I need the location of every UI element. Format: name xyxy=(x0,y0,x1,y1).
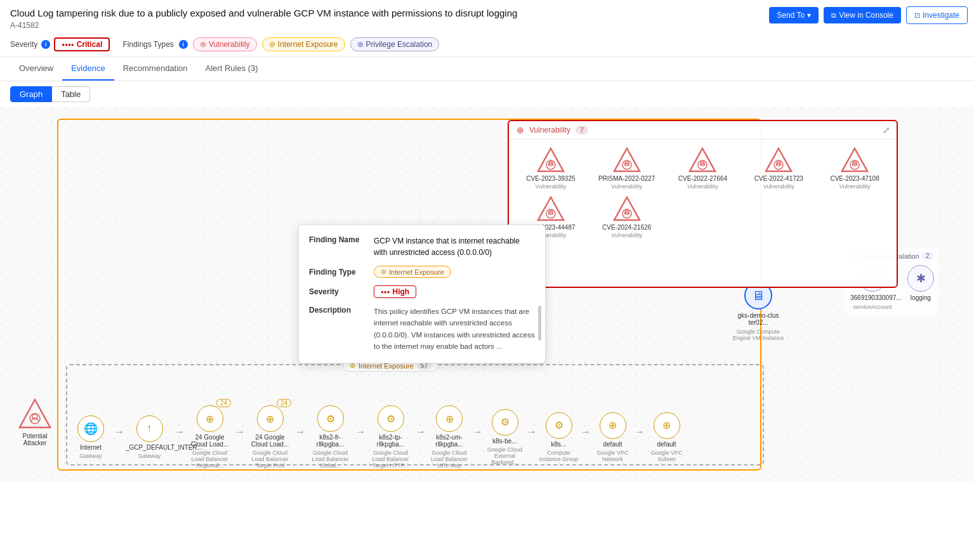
popup-description-label: Description xyxy=(309,306,366,353)
severity-value: Critical xyxy=(77,40,103,49)
vuln-name-4: CVE-2023-47108 xyxy=(830,175,879,182)
vuln-cluster-header: ⊕ Vulnerability 7 ⤢ xyxy=(509,121,897,140)
node-name-5: k8s2-tp-rllkpgba... xyxy=(367,434,414,448)
view-in-console-button[interactable]: ⧉ View in Console xyxy=(824,7,901,23)
vuln-count-badge: 7 xyxy=(576,126,588,134)
tab-recommendation[interactable]: Recommendation xyxy=(114,57,197,81)
view-in-console-label: View in Console xyxy=(839,11,893,20)
svg-marker-17 xyxy=(538,197,563,220)
node-name-9: default xyxy=(603,441,622,448)
gateway-circle: ↑ xyxy=(136,415,163,442)
priv-item-1: ✱ logging xyxy=(907,265,934,310)
attack-triangle-icon xyxy=(18,397,51,430)
chevron-down-icon: ▾ xyxy=(807,11,811,20)
svg-point-24 xyxy=(30,413,40,424)
vulnerability-icon: ⊕ xyxy=(200,40,206,49)
vuln-type-2: Vulnerability xyxy=(687,183,718,190)
node-internet: 🌐 Internet Gateway xyxy=(69,415,113,459)
k8s-be-circle: ⚙ xyxy=(492,409,518,436)
vpc-circle: ⊕ xyxy=(600,412,626,439)
k8s-fr-circle: ⚙ xyxy=(317,405,344,432)
arrow-4: → xyxy=(355,426,365,448)
severity-section: Severity i ●●●● Critical xyxy=(10,37,110,51)
subnet-circle: ⊕ xyxy=(654,412,680,439)
vuln-item-4: CVE-2023-47108 Vulnerability xyxy=(818,146,892,190)
svg-marker-11 xyxy=(766,148,791,171)
scrollbar-indicator[interactable] xyxy=(538,306,541,341)
send-to-button[interactable]: Send To ▾ xyxy=(769,7,819,23)
node-type-5: Google Cloud Load Balancer Target HTTP..… xyxy=(367,450,414,469)
node-type-8: Compute Instance Group xyxy=(538,450,579,462)
severity-dots: ●●●● xyxy=(62,42,74,48)
lb1-circle: ⊕ xyxy=(197,405,223,432)
vuln-name-3: CVE-2022-41723 xyxy=(754,175,803,182)
tab-alert-rules[interactable]: Alert Rules (3) xyxy=(197,57,267,81)
vuln-type-0: Vulnerability xyxy=(536,183,567,190)
node-name-10: default xyxy=(657,441,676,448)
popup-finding-name-row: Finding Name GCP VM instance that is int… xyxy=(309,235,535,258)
vulnerability-triangle-icon xyxy=(613,146,641,174)
findings-types-info-icon: i xyxy=(179,40,188,49)
popup-severity-badge: ●●● High xyxy=(374,285,416,298)
internet-exposure-tag-icon: ⊛ xyxy=(381,268,386,276)
priv-type-0: serviceAccount xyxy=(853,304,892,310)
graph-area: ⊛ Internet Exposure 57 ⊕ Vulnerability 7… xyxy=(0,107,974,481)
node-load-balancer-1: 24 ⊕ 24 Google Cloud Load... Google Clou… xyxy=(186,405,234,469)
k8s-tp-circle: ⚙ xyxy=(378,405,404,432)
page-title: Cloud Log tampering risk due to a public… xyxy=(10,6,594,20)
internet-exposure-icon: ⊛ xyxy=(269,40,275,49)
severity-label: Severity xyxy=(10,40,37,49)
popup-severity-label: Severity xyxy=(309,287,366,296)
node-name-8: k8s... xyxy=(551,441,567,448)
graph-toggle-button[interactable]: Graph xyxy=(10,86,52,102)
priv-count-badge: 2 xyxy=(922,252,933,260)
node-k8s2-um: ⊕ k8s2-um-rllkpgba... Google Cloud Load … xyxy=(427,405,471,469)
vm-type: Google Compute Engine VM Instance xyxy=(730,329,787,341)
svg-marker-20 xyxy=(614,197,640,220)
priv-name-1: logging xyxy=(911,294,931,301)
popup-description-row: Description This policy identifies GCP V… xyxy=(309,306,535,353)
popup-finding-name-value: GCP VM instance that is internet reachab… xyxy=(374,235,535,258)
logging-circle: ✱ xyxy=(907,265,934,292)
vuln-item-3: CVE-2022-41723 Vulnerability xyxy=(742,146,815,190)
node-default-gateway: ↑ _GCP_DEFAULT_INTER... Gateway xyxy=(126,415,173,459)
node-type-7: Google Cloud External Backend... xyxy=(484,446,525,466)
k8s-compute-circle: ⚙ xyxy=(546,412,572,439)
vm-name: gks-demo-clus ter02... xyxy=(730,312,787,326)
node-name-6: k8s2-um-rllkpgba... xyxy=(427,434,471,448)
vuln-type-3: Vulnerability xyxy=(763,183,794,190)
investigate-button[interactable]: ⊡ Investigate xyxy=(906,6,968,24)
vuln-name-0: CVE-2023-39325 xyxy=(526,175,575,182)
lb2-circle: ⊕ xyxy=(257,405,284,432)
popup-severity-row: Severity ●●● High xyxy=(309,285,535,298)
node-k8s2-fr: ⚙ k8s2-fr-rllkpgba... Google Cloud Load … xyxy=(306,405,354,469)
vuln-item-6: CVE-2024-21626 Vulnerability xyxy=(590,195,664,238)
node-type-0: Gateway xyxy=(79,453,102,459)
tabs-bar: Overview Evidence Recommendation Alert R… xyxy=(0,57,974,81)
findings-types-section: Findings Types i ⊕ Vulnerability ⊛ Inter… xyxy=(122,37,439,51)
table-toggle-button[interactable]: Table xyxy=(52,86,90,102)
vuln-type-4: Vulnerability xyxy=(839,183,871,190)
popup-finding-type-tag: ⊛ Internet Exposure xyxy=(374,266,451,278)
vulnerability-triangle-icon xyxy=(537,195,565,223)
svg-marker-2 xyxy=(538,148,563,171)
arrow-2: → xyxy=(235,426,245,448)
vuln-type-1: Vulnerability xyxy=(611,183,642,190)
node-name-3: 24 Google Cloud Load... xyxy=(246,434,294,448)
expand-icon[interactable]: ⤢ xyxy=(883,125,890,135)
node-k8s-compute: ⚙ k8s... Compute Instance Group xyxy=(538,412,579,462)
vuln-name-6: CVE-2024-21626 xyxy=(602,224,651,231)
tab-overview[interactable]: Overview xyxy=(10,57,62,81)
vm-node: 🖥 gks-demo-clus ter02... Google Compute … xyxy=(730,282,787,341)
node-type-1: Gateway xyxy=(138,453,161,459)
node-type-6: Google Cloud Load Balancer URL Map xyxy=(427,450,471,469)
arrow-0: → xyxy=(114,426,124,448)
svg-marker-8 xyxy=(690,148,715,171)
arrow-5: → xyxy=(416,426,426,448)
arrow-1: → xyxy=(174,426,185,448)
tab-evidence[interactable]: Evidence xyxy=(62,57,114,81)
node-k8s-be: ⚙ k8s-be... Google Cloud External Backen… xyxy=(484,409,525,466)
node-name-1: _GCP_DEFAULT_INTER... xyxy=(126,444,173,451)
svg-marker-14 xyxy=(842,148,867,171)
node-default-subnet: ⊕ default Google VPC Subnet xyxy=(646,412,687,462)
